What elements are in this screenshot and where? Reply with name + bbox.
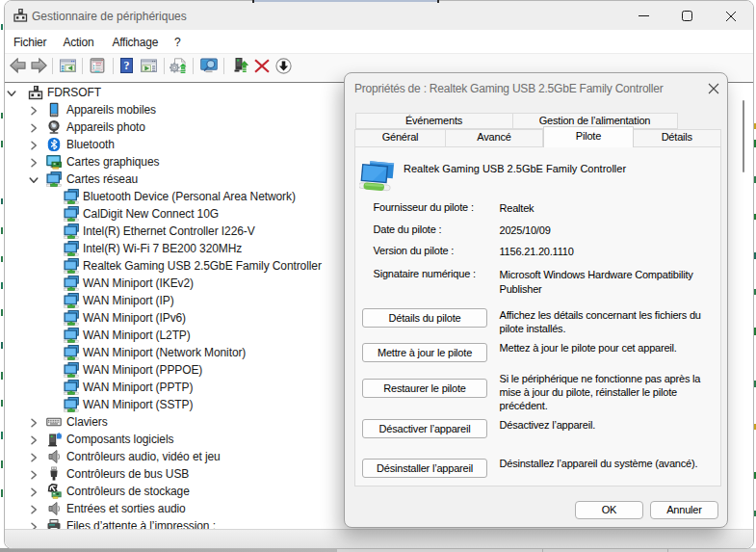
svg-text:?: ? <box>123 59 129 72</box>
